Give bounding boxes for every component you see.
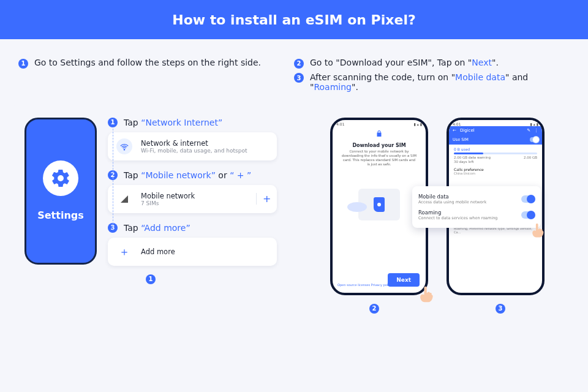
panel1-step-3: 3 Tap “Add more” ＋ Add more [108,223,277,266]
panel1-steps: 1 Tap “Network Internet” Network & inter… [108,118,277,266]
data-days: 30 days left [454,160,473,164]
intro-row: 1 Go to Settings and follow the steps on… [0,39,588,105]
legal-links: Open source licenses Privacy polic [337,283,390,287]
link-roaming: Roaming [314,82,352,92]
data-cap: 2.00 GB [524,156,537,159]
panel1-step-2-text: Tap “Mobile network” or “ + ” [124,170,251,180]
tile-network-title: Network & internet [141,139,268,148]
panel1-bullet-3: 3 [108,223,118,233]
more-icon[interactable]: ⋮ [534,128,538,133]
status-icons: ▮ ▴ ▮ [414,122,422,126]
status-time-3: 4:01 [453,122,461,126]
roaming-row[interactable]: Roaming Connect to data services when ro… [418,207,535,223]
signal-icon [116,191,132,207]
mobile-data-row[interactable]: Mobile data Access data using mobile net… [418,191,535,207]
bullet-2: 2 [294,59,304,69]
intro-step-1-text: Go to Settings and follow the steps on t… [34,58,261,67]
bullet-1: 1 [18,59,28,69]
tile-mobile-sub: 7 SIMs [141,200,247,206]
tile-add-more[interactable]: ＋ Add more [108,238,277,266]
data-warn: 2.00 GB data warning [454,156,491,159]
panels-row: Settings 1 Tap “Network Internet” [0,105,588,336]
gear-icon [43,160,78,196]
roaming-label: Roaming [418,209,497,216]
title-bar: How to install an eSIM on Pixel? [0,0,588,39]
tile-mobile-title: Mobile network [141,192,247,200]
link-mobile-data: Mobile data [455,72,505,82]
edit-icon[interactable]: ✎ [527,128,530,133]
tile-network-internet[interactable]: Network & internet Wi-Fi, mobile, data u… [108,132,277,160]
mobile-data-toggle[interactable] [521,195,535,203]
finger-tap-icon [529,221,547,239]
mobile-data-sub: Access data using mobile network [418,200,486,205]
mobile-data-label: Mobile data [418,194,486,200]
panel1-bullet-2: 2 [108,170,118,180]
plus-icon: ＋ [116,244,132,260]
wifi-icon [116,138,132,154]
intro-step-2: 2 Go to "Download your eSIM", Tap on "Ne… [294,58,570,69]
next-button[interactable]: Next [388,273,420,287]
intro-step-3: 3 After scanning the code, turn on "Mobi… [294,72,570,92]
phone-settings: Settings [24,118,97,265]
status-time: 4:01 [336,122,344,126]
panel1-bullet-1: 1 [108,118,118,127]
data-used: 0 B used [454,147,537,151]
toggle-overlay: Mobile data Access data using mobile net… [412,186,541,228]
intro-step-1: 1 Go to Settings and follow the steps on… [18,58,270,69]
link-next: Next [472,58,492,67]
panel1-step-3-text: Tap “Add more” [124,223,190,233]
panel-settings-steps: Settings 1 Tap “Network Internet” [13,105,288,322]
tile-mobile-network[interactable]: Mobile network 7 SIMs + [108,185,277,213]
back-icon[interactable]: ← [453,128,456,133]
page-title: How to install an eSIM on Pixel? [172,12,415,28]
lock-icon [333,130,426,139]
panel1-step-1: 1 Tap “Network Internet” Network & inter… [108,118,277,160]
roaming-toggle[interactable] [521,211,535,219]
intro-step-3-text: After scanning the code, turn on "Mobile… [310,72,570,92]
download-title: Download your SIM [333,143,426,148]
panel-download-activate: 4:01 ▮ ▴ ▮ Download your SIM Connect to … [300,105,575,322]
panel2-footer-bullet-2: 2 [369,304,379,314]
bullet-3: 3 [294,73,304,83]
phone-settings-label: Settings [37,209,84,221]
use-sim-toggle[interactable] [530,137,538,142]
finger-tap-icon [416,283,437,304]
status-icons-3: ▮ ▴ ▮ [530,122,538,126]
download-sub: Connect to your mobile network by downlo… [333,148,426,167]
tile-network-subtitle: Wi-Fi, mobile, data usage, and hotspot [141,148,268,154]
panel1-footer-bullet: 1 [146,274,156,284]
panel1-step-2: 2 Tap “Mobile network” or “ + ” Mobile n… [108,170,277,213]
panel1-step-1-text: Tap “Network Internet” [124,118,222,127]
calls-pref-row[interactable]: Calls preference China Unicom [449,165,542,177]
panel2-footer-bullet-3: 3 [496,304,505,314]
sim-card-icon [358,189,400,221]
plus-icon[interactable]: + [256,193,268,205]
use-sim-label: Use SIM [453,137,469,142]
tile-add-title: Add more [141,247,268,256]
roaming-sub: Connect to data services when roaming [418,216,497,221]
intro-step-2-text: Go to "Download your eSIM", Tap on "Next… [310,58,499,67]
data-bar [454,153,537,154]
carrier-name: Digicel [460,128,475,133]
